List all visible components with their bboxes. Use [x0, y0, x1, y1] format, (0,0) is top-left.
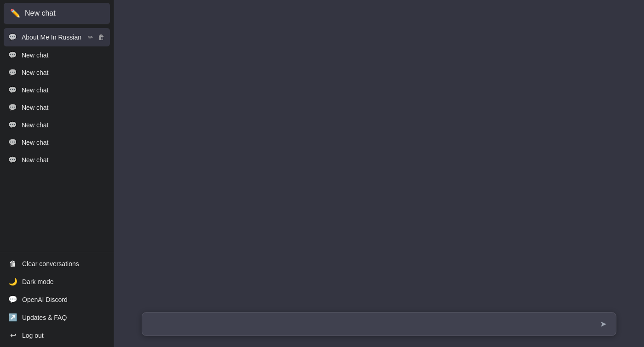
conversation-label: New chat	[22, 104, 105, 111]
chat-bubble-icon: 💬	[8, 68, 17, 77]
conversation-item[interactable]: 💬 New chat	[4, 81, 110, 99]
sidebar-dark-button[interactable]: 🌙 Dark mode	[4, 273, 110, 290]
clear-icon: 🗑	[8, 260, 17, 268]
conversation-item-active[interactable]: 💬 About Me In Russian ✏ 🗑	[4, 28, 110, 46]
main-chat: ➤	[114, 0, 644, 347]
chat-bubble-icon: 💬	[8, 33, 17, 41]
discord-label: OpenAI Discord	[22, 296, 68, 303]
sidebar-faq-button[interactable]: ↗️ Updates & FAQ	[4, 308, 110, 326]
chat-bubble-icon: 💬	[8, 103, 17, 112]
conversation-item[interactable]: 💬 New chat	[4, 99, 110, 116]
send-button[interactable]: ➤	[598, 318, 609, 330]
logout-icon: ↩	[8, 331, 17, 340]
input-area: ➤	[114, 305, 644, 347]
chat-input[interactable]	[150, 319, 593, 330]
edit-conversation-button[interactable]: ✏	[87, 33, 94, 42]
clear-label: Clear conversations	[22, 260, 79, 267]
conversation-label: New chat	[22, 121, 105, 129]
chat-bubble-icon: 💬	[8, 156, 17, 164]
conversation-item[interactable]: 💬 New chat	[4, 134, 110, 151]
new-chat-label: New chat	[25, 9, 56, 17]
conversation-label: About Me In Russian	[22, 34, 82, 41]
conversation-item[interactable]: 💬 New chat	[4, 64, 110, 81]
conversation-item[interactable]: 💬 New chat	[4, 116, 110, 134]
chat-bubble-icon: 💬	[8, 86, 17, 94]
conversation-label: New chat	[22, 69, 105, 76]
dark-icon: 🌙	[8, 277, 17, 286]
input-wrapper: ➤	[142, 312, 616, 336]
sidebar-discord-button[interactable]: 💬 OpenAI Discord	[4, 290, 110, 308]
chat-bubble-icon: 💬	[8, 51, 17, 59]
conversation-item[interactable]: 💬 New chat	[4, 46, 110, 64]
conversation-label: New chat	[22, 156, 105, 164]
sidebar-clear-button[interactable]: 🗑 Clear conversations	[4, 255, 110, 273]
conversation-actions: ✏ 🗑	[87, 33, 105, 42]
sidebar: ✏️ New chat 💬 About Me In Russian ✏ 🗑 💬 …	[0, 0, 114, 347]
discord-icon: 💬	[8, 295, 17, 304]
logout-label: Log out	[22, 332, 44, 339]
conversations-list: 💬 About Me In Russian ✏ 🗑 💬 New chat 💬 N…	[0, 26, 114, 252]
faq-label: Updates & FAQ	[22, 314, 67, 321]
conversation-label: New chat	[22, 51, 105, 59]
conversation-item[interactable]: 💬 New chat	[4, 151, 110, 169]
new-chat-button[interactable]: ✏️ New chat	[4, 3, 110, 24]
chat-bubble-icon: 💬	[8, 138, 17, 147]
delete-conversation-button[interactable]: 🗑	[97, 33, 105, 42]
conversation-label: New chat	[22, 86, 105, 94]
sidebar-logout-button[interactable]: ↩ Log out	[4, 326, 110, 344]
faq-icon: ↗️	[8, 313, 17, 322]
dark-label: Dark mode	[22, 278, 53, 285]
plus-icon: ✏️	[10, 8, 20, 18]
conversation-label: New chat	[22, 139, 105, 146]
chat-bubble-icon: 💬	[8, 121, 17, 129]
sidebar-bottom: 🗑 Clear conversations 🌙 Dark mode 💬 Open…	[0, 252, 114, 347]
chat-messages	[114, 0, 644, 305]
